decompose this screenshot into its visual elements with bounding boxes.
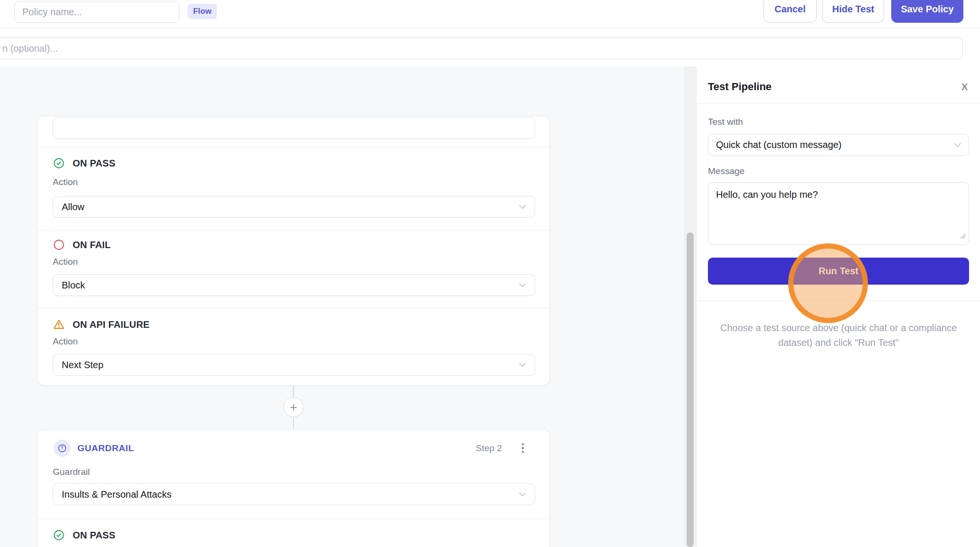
on-api-failure-header: ON API FAILURE <box>53 318 150 331</box>
add-step-button[interactable]: + <box>283 397 303 417</box>
message-textarea[interactable]: Hello, can you help me? <box>708 182 969 245</box>
test-pipeline-panel: Test Pipeline X Test with Quick chat (cu… <box>696 66 980 547</box>
action-label: Action <box>53 336 78 347</box>
guardrail-label: Guardrail <box>53 467 90 477</box>
divider <box>697 103 980 104</box>
action-label: Action <box>53 177 78 187</box>
chevron-down-icon <box>519 283 526 287</box>
on-pass-header: ON PASS <box>53 529 115 541</box>
chevron-down-icon <box>519 205 526 209</box>
test-with-label: Test with <box>708 117 743 127</box>
on-fail-header: ON FAIL <box>53 239 111 251</box>
description-row <box>0 28 980 66</box>
section-title: ON API FAILURE <box>73 319 150 330</box>
pass-check-icon <box>53 157 65 169</box>
chevron-down-icon <box>519 363 526 367</box>
guardrail-clock-icon <box>57 443 67 454</box>
on-pass-action-select[interactable]: Allow <box>53 196 535 218</box>
policy-editor-page: ON PASS Action Allow ON FAIL Action Bloc… <box>0 0 980 547</box>
divider <box>697 300 980 301</box>
step-number: Step 2 <box>476 443 502 454</box>
section-title: ON PASS <box>73 158 115 169</box>
resize-handle-icon[interactable] <box>959 231 966 241</box>
close-icon[interactable]: X <box>961 82 968 93</box>
canvas-scrollbar-thumb[interactable] <box>687 232 694 547</box>
section-title: ON PASS <box>73 530 115 541</box>
section-title: ON FAIL <box>73 240 111 250</box>
divider <box>38 147 549 147</box>
warning-triangle-icon <box>53 318 65 331</box>
pass-check-icon <box>53 529 65 541</box>
panel-title: Test Pipeline <box>708 81 772 93</box>
divider <box>38 519 549 519</box>
divider <box>38 308 549 308</box>
on-api-failure-action-select[interactable]: Next Step <box>53 354 535 376</box>
divider <box>38 230 549 231</box>
top-toolbar: Flow Cancel Hide Test Save Policy <box>0 0 980 28</box>
description-input[interactable] <box>0 37 963 59</box>
test-source-select[interactable]: Quick chat (custom message) <box>708 134 969 156</box>
step1-guardrail-select[interactable] <box>53 117 535 139</box>
policy-name-input[interactable] <box>14 1 179 23</box>
message-label: Message <box>708 166 744 176</box>
chevron-down-icon <box>954 143 961 147</box>
step-type-label: GUARDRAIL <box>77 443 134 454</box>
step-1-card: ON PASS Action Allow ON FAIL Action Bloc… <box>37 116 550 386</box>
flow-badge: Flow <box>188 4 217 19</box>
action-label: Action <box>53 257 78 267</box>
fail-circle-icon <box>53 239 65 251</box>
guardrail-step-icon <box>54 440 71 457</box>
flow-canvas: ON PASS Action Allow ON FAIL Action Bloc… <box>0 66 684 547</box>
hide-test-button[interactable]: Hide Test <box>822 0 884 23</box>
test-helper-text: Choose a test source above (quick chat o… <box>708 321 969 350</box>
chevron-down-icon <box>519 492 526 497</box>
step-2-card: GUARDRAIL Step 2 ⋮ Guardrail Insults & P… <box>37 429 550 547</box>
save-policy-button[interactable]: Save Policy <box>891 0 963 23</box>
on-fail-action-select[interactable]: Block <box>53 274 535 296</box>
cancel-button[interactable]: Cancel <box>763 0 817 23</box>
step-menu-button[interactable]: ⋮ <box>517 441 528 454</box>
on-pass-header: ON PASS <box>53 157 115 169</box>
run-test-button[interactable]: Run Test <box>708 258 969 285</box>
guardrail-select[interactable]: Insults & Personal Attacks <box>53 483 535 505</box>
